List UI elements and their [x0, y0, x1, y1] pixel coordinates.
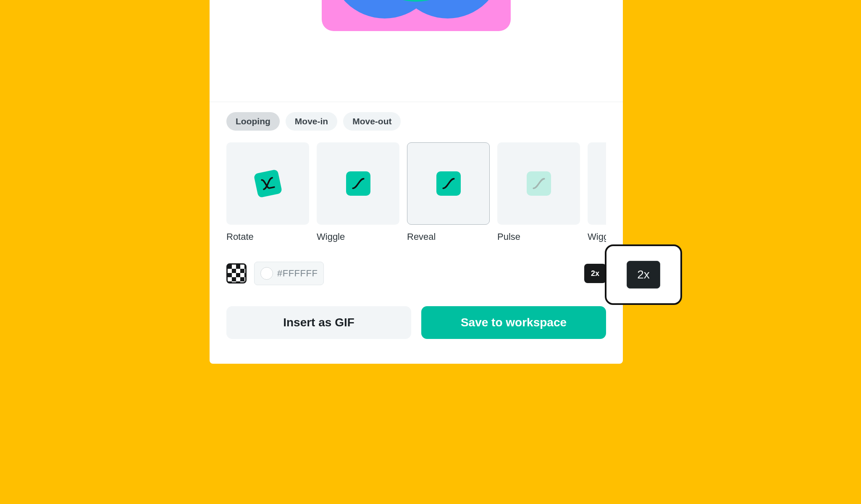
animation-card-wiggle: Wiggle [317, 142, 399, 242]
ease-curve-icon [253, 169, 282, 198]
animation-options-row: Rotate Wiggle Reveal [226, 142, 606, 242]
save-to-workspace-button[interactable]: Save to workspace [421, 306, 606, 339]
options-row: #FFFFFF 2x [226, 262, 606, 285]
animation-card-pulse: Pulse [497, 142, 580, 242]
preview-graphic [322, 0, 511, 31]
animation-tile-pulse[interactable] [497, 142, 580, 225]
color-swatch [260, 267, 273, 280]
animation-card-reveal: Reveal [407, 142, 490, 242]
ease-curve-icon [346, 171, 370, 196]
animation-tile-wiggle-2[interactable] [588, 142, 606, 225]
animation-tile-rotate[interactable] [226, 142, 309, 225]
magnifier-overlay: 2x [605, 244, 682, 305]
animation-card-wiggle-2: Wiggle [588, 142, 606, 242]
insert-as-gif-button[interactable]: Insert as GIF [226, 306, 411, 339]
background-color-field[interactable]: #FFFFFF [254, 262, 324, 285]
animation-tile-reveal[interactable] [407, 142, 490, 225]
color-hex-value: #FFFFFF [277, 268, 318, 279]
animation-label: Rotate [226, 231, 309, 242]
animation-type-tabs: Looping Move-in Move-out [226, 112, 606, 131]
controls-area: Looping Move-in Move-out Rotate [210, 102, 623, 364]
ease-curve-icon [527, 171, 551, 196]
preview-area [210, 0, 623, 102]
animation-label: Pulse [497, 231, 580, 242]
tab-move-in[interactable]: Move-in [286, 112, 337, 131]
animation-card-rotate: Rotate [226, 142, 309, 242]
ease-curve-icon [436, 171, 461, 196]
animation-label: Reveal [407, 231, 490, 242]
animation-tile-wiggle[interactable] [317, 142, 399, 225]
speed-badge[interactable]: 2x [584, 264, 606, 283]
tab-looping[interactable]: Looping [226, 112, 280, 131]
transparent-background-button[interactable] [226, 263, 247, 284]
animation-panel: Looping Move-in Move-out Rotate [210, 0, 623, 364]
animation-label: Wiggle [588, 231, 606, 242]
action-buttons-row: Insert as GIF Save to workspace [226, 306, 606, 339]
magnified-speed-badge: 2x [627, 261, 660, 289]
animation-label: Wiggle [317, 231, 399, 242]
tab-move-out[interactable]: Move-out [343, 112, 401, 131]
